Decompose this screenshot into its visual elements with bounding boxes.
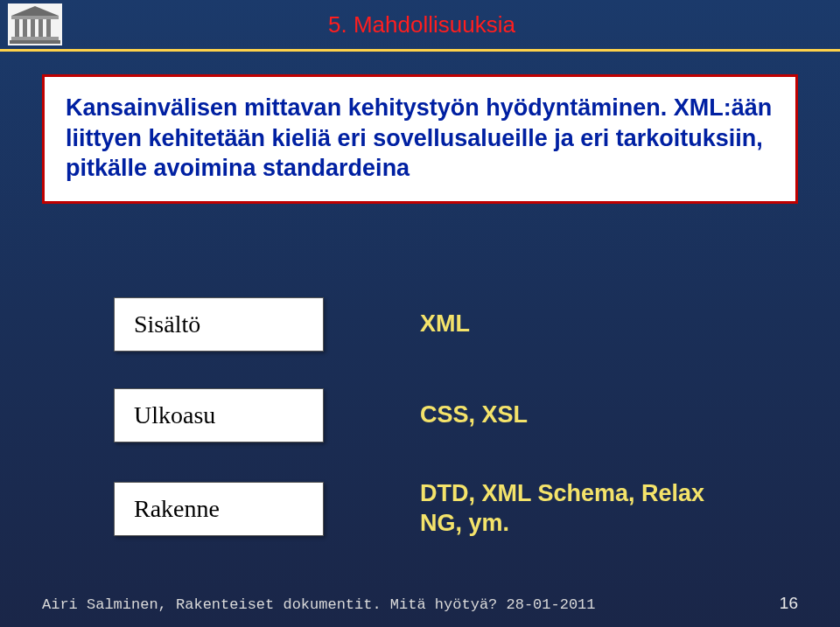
logo-icon xyxy=(4,0,66,49)
row3-label: DTD, XML Schema, Relax NG, ym. xyxy=(420,479,735,539)
svg-rect-4 xyxy=(23,19,27,37)
row1-box: Sisältö xyxy=(114,297,324,352)
svg-rect-3 xyxy=(15,19,19,37)
row2-box: Ulkoasu xyxy=(114,388,324,442)
content-row-2: Ulkoasu CSS, XSL xyxy=(0,388,840,442)
footer-text: Airi Salminen, Rakenteiset dokumentit. M… xyxy=(42,596,596,613)
row3-box: Rakenne xyxy=(114,482,324,536)
row2-label: CSS, XSL xyxy=(420,401,528,430)
slide-title: 5. Mahdollisuuksia xyxy=(66,11,840,38)
main-text-line1: Kansainvälisen mittavan kehitystyön hyöd… xyxy=(66,94,667,121)
row1-label: XML xyxy=(420,310,470,339)
svg-rect-5 xyxy=(31,19,35,37)
svg-rect-7 xyxy=(46,19,51,37)
page-number: 16 xyxy=(780,594,798,613)
svg-rect-8 xyxy=(11,37,59,40)
svg-rect-9 xyxy=(10,40,60,44)
main-text-box: Kansainvälisen mittavan kehitystyön hyöd… xyxy=(42,74,798,204)
content-row-1: Sisältö XML xyxy=(0,297,840,352)
header: 5. Mahdollisuuksia xyxy=(0,0,840,49)
content-row-3: Rakenne DTD, XML Schema, Relax NG, ym. xyxy=(0,479,840,539)
footer: Airi Salminen, Rakenteiset dokumentit. M… xyxy=(42,594,798,613)
svg-rect-6 xyxy=(38,19,43,37)
svg-rect-2 xyxy=(11,16,59,19)
divider xyxy=(0,49,840,52)
